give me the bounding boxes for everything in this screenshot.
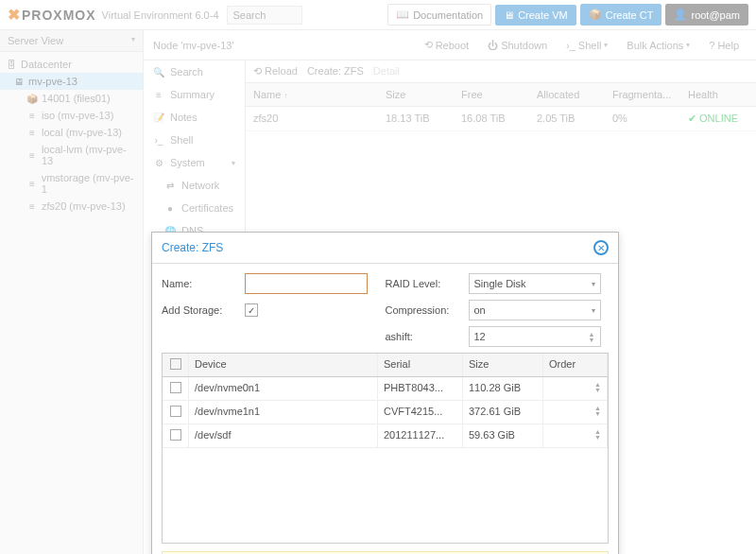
ashift-input[interactable]: 12▲▼: [469, 326, 601, 347]
raid-level-select[interactable]: Single Disk▾: [469, 273, 601, 294]
close-icon: ✕: [597, 243, 605, 253]
add-storage-checkbox[interactable]: ✓: [245, 303, 258, 317]
create-zfs-dialog: Create: ZFS ✕ Name: RAID Level: Single D…: [151, 232, 619, 554]
addstorage-label: Add Storage:: [162, 304, 237, 316]
device-table-empty: [163, 448, 608, 543]
col-order[interactable]: Order: [543, 354, 608, 376]
device-row[interactable]: /dev/sdf201211127...59.63 GiB▲▼: [163, 424, 608, 448]
device-checkbox[interactable]: [170, 429, 181, 441]
select-all-checkbox[interactable]: [163, 354, 189, 376]
chevron-down-icon: ▾: [592, 306, 595, 315]
name-label: Name:: [162, 278, 237, 289]
col-device[interactable]: Device: [189, 354, 378, 376]
ashift-label: ashift:: [386, 331, 461, 342]
name-input[interactable]: [245, 273, 368, 294]
device-table-header: Device Serial Size Order: [163, 354, 608, 377]
compression-label: Compression:: [386, 304, 461, 316]
order-stepper[interactable]: ▲▼: [594, 382, 601, 395]
device-row[interactable]: /dev/nvme0n1PHBT8043...110.28 GiB▲▼: [163, 377, 608, 401]
close-button[interactable]: ✕: [593, 240, 609, 255]
dialog-body: Name: RAID Level: Single Disk▾ Add Stora…: [152, 264, 618, 554]
device-table: Device Serial Size Order /dev/nvme0n1PHB…: [162, 353, 609, 544]
compression-select[interactable]: on▾: [469, 300, 601, 320]
order-stepper[interactable]: ▲▼: [594, 429, 601, 442]
order-stepper[interactable]: ▲▼: [594, 406, 601, 419]
device-row[interactable]: /dev/nvme1n1CVFT4215...372.61 GiB▲▼: [163, 401, 608, 424]
device-checkbox[interactable]: [170, 406, 181, 417]
raid-label: RAID Level:: [386, 278, 461, 289]
col-size[interactable]: Size: [463, 354, 543, 376]
chevron-down-icon: ▾: [592, 280, 595, 288]
dialog-header: Create: ZFS ✕: [152, 233, 618, 264]
col-serial[interactable]: Serial: [378, 354, 463, 376]
dialog-title: Create: ZFS: [162, 241, 593, 254]
device-checkbox[interactable]: [170, 382, 181, 393]
device-rows: /dev/nvme0n1PHBT8043...110.28 GiB▲▼/dev/…: [163, 377, 608, 448]
stepper-icon: ▲▼: [589, 332, 595, 342]
